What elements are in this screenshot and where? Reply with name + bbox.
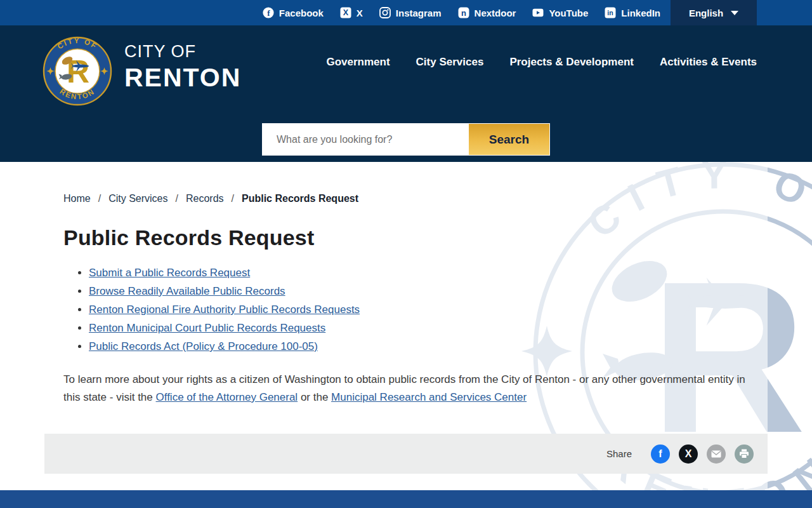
link-attorney-general[interactable]: Office of the Attorney General [156, 391, 298, 403]
youtube-link[interactable]: YouTube [532, 7, 588, 18]
nav-city-services[interactable]: City Services [416, 56, 484, 69]
svg-text:X: X [343, 8, 349, 17]
list-item: Renton Municipal Court Public Records Re… [89, 322, 768, 335]
instagram-icon [379, 7, 391, 18]
share-email-button[interactable] [707, 444, 726, 464]
nav-projects-development[interactable]: Projects & Development [509, 56, 634, 69]
wordmark-renton: RENTON [124, 63, 241, 93]
language-label: English [689, 8, 723, 18]
x-icon: X [340, 7, 351, 18]
top-social-bar: f Facebook X X Instagram n Nextdo [0, 0, 812, 25]
link-municipal-court[interactable]: Renton Municipal Court Public Records Re… [89, 322, 325, 334]
link-browse-records[interactable]: Browse Readily Available Public Records [89, 285, 285, 297]
youtube-icon [532, 7, 544, 18]
breadcrumb-records[interactable]: Records [186, 193, 224, 204]
list-item: Submit a Public Records Request [89, 267, 768, 279]
city-seal-logo[interactable]: CITY OF RENTON R [43, 36, 112, 106]
breadcrumb-city-services[interactable]: City Services [108, 193, 167, 204]
x-label: X [357, 8, 363, 18]
content-container: Home / City Services / Records / Public … [44, 193, 768, 474]
email-icon [711, 450, 721, 458]
footer-band [0, 490, 812, 508]
link-public-records-act[interactable]: Public Records Act (Policy & Procedure 1… [89, 340, 318, 352]
breadcrumb-separator: / [232, 193, 234, 204]
wordmark-city-of: CITY OF [124, 42, 241, 62]
breadcrumb: Home / City Services / Records / Public … [63, 193, 768, 204]
nav-activities-events[interactable]: Activities & Events [660, 56, 757, 69]
paragraph-text: or the [298, 391, 331, 403]
nextdoor-icon: n [458, 7, 469, 18]
breadcrumb-separator: / [176, 193, 178, 204]
nextdoor-link[interactable]: n Nextdoor [458, 7, 516, 18]
breadcrumb-current: Public Records Request [242, 193, 358, 204]
language-selector[interactable]: English [671, 0, 757, 25]
facebook-label: Facebook [279, 8, 324, 18]
search-input[interactable] [263, 124, 469, 155]
share-label: Share [606, 448, 632, 459]
svg-text:n: n [461, 8, 466, 18]
chevron-down-icon [731, 11, 738, 15]
site-header: CITY OF RENTON R CITY OF RENTON Governme… [0, 25, 812, 162]
instagram-label: Instagram [396, 8, 442, 18]
share-facebook-button[interactable]: f [651, 444, 670, 464]
instagram-link[interactable]: Instagram [379, 7, 442, 18]
breadcrumb-separator: / [98, 193, 101, 204]
facebook-icon: f [263, 7, 274, 18]
x-link[interactable]: X X [340, 7, 363, 18]
nav-government[interactable]: Government [326, 56, 390, 69]
records-link-list: Submit a Public Records Request Browse R… [77, 267, 768, 353]
printer-icon [739, 449, 749, 458]
breadcrumb-home[interactable]: Home [63, 193, 91, 204]
linkedin-icon: in [605, 7, 616, 18]
share-print-button[interactable] [735, 444, 754, 464]
linkedin-label: LinkedIn [621, 8, 660, 18]
list-item: Public Records Act (Policy & Procedure 1… [89, 340, 768, 353]
social-links: f Facebook X X Instagram n Nextdo [263, 0, 660, 25]
page-title: Public Records Request [63, 225, 768, 250]
nextdoor-label: Nextdoor [475, 8, 516, 18]
share-x-button[interactable]: X [679, 444, 698, 464]
main-navigation: Government City Services Projects & Deve… [326, 56, 757, 69]
youtube-label: YouTube [549, 8, 588, 18]
site-search: Search [262, 123, 550, 156]
site-wordmark[interactable]: CITY OF RENTON [124, 42, 241, 93]
body-paragraph: To learn more about your rights as a cit… [63, 371, 749, 406]
list-item: Browse Readily Available Public Records [89, 285, 768, 298]
linkedin-link[interactable]: in LinkedIn [605, 7, 660, 18]
main-content-area: CITY OF RENTON R Home / City Services / … [0, 162, 812, 490]
share-bar: Share f X [44, 434, 768, 474]
link-submit-request[interactable]: Submit a Public Records Request [89, 267, 250, 279]
facebook-link[interactable]: f Facebook [263, 7, 324, 18]
search-button[interactable]: Search [469, 124, 549, 155]
svg-text:f: f [267, 8, 270, 18]
link-fire-authority[interactable]: Renton Regional Fire Authority Public Re… [89, 304, 360, 316]
facebook-icon: f [658, 449, 662, 459]
link-mrsc[interactable]: Municipal Research and Services Center [331, 391, 527, 403]
x-icon: X [685, 449, 692, 459]
list-item: Renton Regional Fire Authority Public Re… [89, 304, 768, 316]
svg-text:in: in [608, 9, 613, 17]
